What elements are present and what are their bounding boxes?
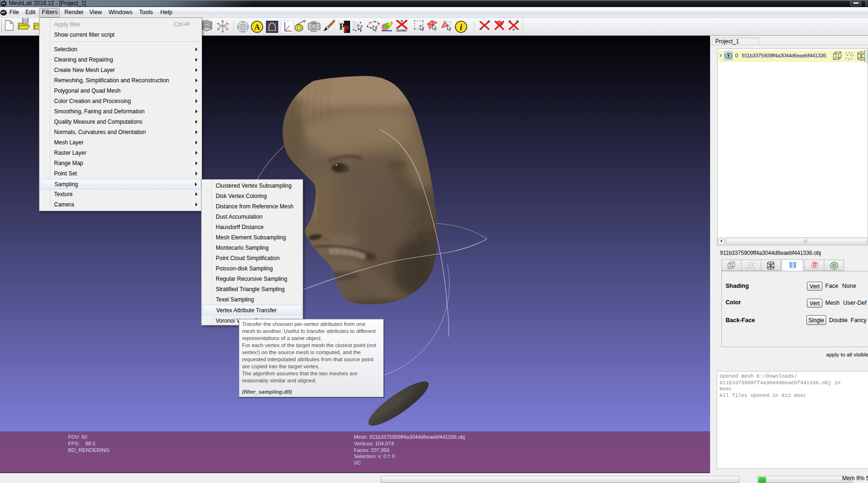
svg-text:r: r bbox=[228, 23, 229, 26]
svg-text:r: r bbox=[219, 28, 220, 31]
svg-text:i: i bbox=[460, 23, 462, 32]
svg-text:A: A bbox=[254, 23, 260, 32]
svg-text:GEOREF: GEOREF bbox=[396, 29, 407, 32]
svg-text:r: r bbox=[226, 28, 227, 31]
svg-text:P: P bbox=[343, 24, 349, 34]
svg-text:r: r bbox=[226, 20, 227, 23]
svg-text:Raster: Raster bbox=[311, 30, 317, 32]
